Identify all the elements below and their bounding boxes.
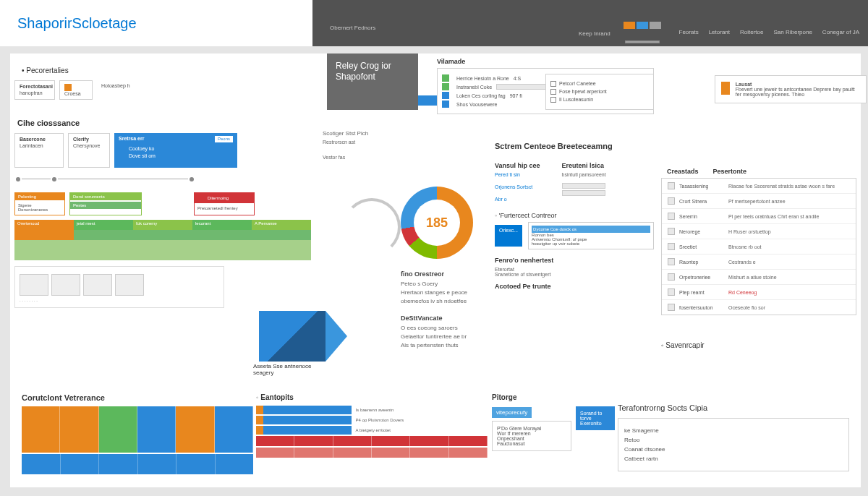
link[interactable]: Pered ti sin: [495, 172, 540, 177]
list-item[interactable]: Wor tf mereren: [497, 431, 566, 436]
cell: Pl per teeis oratntuas Chrt eran st andi…: [728, 214, 850, 219]
list-item[interactable]: ke Smagerne: [624, 427, 843, 434]
chip-gray[interactable]: [650, 22, 661, 29]
thumbnail[interactable]: [20, 274, 48, 296]
strip-cell[interactable]: [215, 406, 253, 453]
red-card[interactable]: Ditermoing Pretoametedl frentey: [194, 192, 255, 215]
red-row: [256, 436, 488, 446]
list-box: ke Smagerne Retoo Coanat dtsonee Catbeet…: [618, 418, 849, 471]
feature-title: fino Orestreor: [401, 270, 495, 278]
bar-row: Is baenenn aveentn: [256, 406, 488, 414]
bar-seg: [263, 426, 352, 435]
table-row[interactable]: RaontepCestrands e: [662, 255, 856, 270]
row-text: Fose hpewt arperiont: [559, 89, 607, 94]
center-label: Vestor fas: [323, 155, 496, 160]
mini-card[interactable]: Croesa: [59, 80, 93, 100]
bar-row: A bietgety errtiotet: [256, 426, 488, 435]
list-item[interactable]: Onpecshant: [497, 436, 566, 441]
bar-seg: [263, 416, 352, 424]
section-title: Eantopits: [260, 393, 294, 401]
nav-item[interactable]: Conegar of JA: [822, 29, 859, 35]
table-row[interactable]: OrpetronerieeMishurt a atiue stoine: [662, 270, 856, 285]
table-row[interactable]: Crort StneraPf mertsepertotont anzee: [662, 194, 856, 209]
thumbnail[interactable]: [115, 274, 144, 296]
center-column: Scotiger Stst Pich Restrorscn ast Vestor…: [323, 126, 496, 160]
band-cell: [133, 240, 192, 260]
list-item[interactable]: Retoo: [624, 437, 843, 443]
nav-item[interactable]: Letorant: [709, 29, 730, 35]
square-icon: [442, 92, 449, 99]
feature-line: Peteo s Goery: [401, 281, 495, 287]
green-card[interactable]: Dend scruments Pestes: [69, 192, 142, 215]
table-row[interactable]: SererrinPl per teeis oratntuas Chrt eran…: [662, 209, 856, 224]
list-item[interactable]: Coanat dtsonee: [624, 446, 843, 453]
band-cell: [252, 230, 311, 240]
cell: Sererrin: [679, 214, 724, 219]
chip-orange[interactable]: [624, 22, 635, 29]
bar-row: P4 op Pluisrroton Dovers: [256, 416, 488, 424]
bar-seg: [263, 406, 352, 414]
mini-card[interactable]: Forectotasanl hanoptran: [14, 80, 55, 100]
nav-item[interactable]: Feorats: [679, 29, 699, 35]
card-line: heeotgtter up vstr sobete: [532, 241, 650, 246]
table-row[interactable]: Ptep rearntRd Ceneeog: [662, 285, 856, 300]
top-subtitle: Obernert Fednors: [330, 25, 375, 31]
featured-button[interactable]: Orlexc...: [495, 225, 522, 247]
band-cell: [192, 240, 252, 260]
link[interactable]: Abr o: [495, 197, 540, 202]
color-strip: [22, 454, 253, 474]
list-item[interactable]: Catbeet rartn: [624, 456, 843, 462]
mini-card[interactable]: Basercone Larintacen: [14, 133, 64, 168]
card-line: Larintacen: [20, 143, 59, 148]
row-text: Instranebl Coke: [456, 85, 492, 90]
thumbnail[interactable]: [51, 274, 80, 296]
section-title: Pitorge: [492, 393, 651, 401]
mini-card[interactable]: Clerify Chersynove: [68, 133, 110, 168]
band-cell: fok coremy: [133, 220, 192, 230]
donut-chart: [401, 187, 473, 259]
list-item[interactable]: P'Do Gtere Morayal: [497, 426, 566, 431]
orange-card[interactable]: Pelenting Sigene Denonivaneces: [14, 192, 65, 215]
band-cell: [252, 240, 311, 260]
note-card: Lausat Fbevert une jeweir ts antcontanee…: [715, 75, 867, 103]
color-band: [14, 230, 311, 240]
strip-cell[interactable]: [99, 406, 137, 453]
feature-title: DeSttVancate: [401, 315, 495, 322]
nav-item[interactable]: San Riberpone: [773, 29, 812, 35]
card-line: Croesa: [64, 91, 81, 96]
mini-bar: [562, 183, 605, 189]
band-cell: jeial mest: [74, 220, 133, 230]
strip-cell[interactable]: [176, 406, 214, 453]
center-label: Scotiger Stst Pich: [323, 130, 496, 137]
row-icon: [668, 273, 675, 281]
bar-seg: [256, 406, 263, 414]
link[interactable]: Orjonens Sortsct: [495, 184, 540, 189]
card-head: Dycome Coe dosck os: [532, 226, 650, 233]
strip-cell: [22, 454, 61, 474]
table-row[interactable]: NeroregeH Ruser orstuettop: [662, 224, 856, 239]
strip-cell[interactable]: [60, 406, 98, 453]
connector: [58, 179, 188, 179]
action-box[interactable]: Sorand to torve Exeronito: [576, 406, 615, 430]
featured-card[interactable]: Dycome Coe dosck os Rorvon bes Anivensto…: [528, 222, 654, 249]
sub-title: Acotoed Pe trunte: [495, 283, 654, 290]
thumbnail[interactable]: [83, 274, 112, 296]
card-head: Dend scruments: [70, 193, 141, 200]
strip-cell[interactable]: [137, 406, 176, 453]
band-cell: lecorant: [192, 220, 252, 230]
cell: Riacae foe Sscerenat stratds astae woon …: [728, 184, 850, 189]
card-line: hanoptran: [20, 90, 50, 95]
chip-blue[interactable]: [637, 22, 648, 29]
table-row[interactable]: fosentersuutonOceseote fio sor: [662, 300, 856, 315]
blue-block[interactable]: Sretrsa err Peons Cootoey ko Dove sti om: [114, 133, 237, 168]
table-row[interactable]: SreetietBtnosne rb oot: [662, 239, 856, 255]
table-row[interactable]: TasassieningRiacae foe Sscerenat stratds…: [662, 179, 856, 194]
nav-item[interactable]: Roitertoe: [740, 29, 763, 35]
card-badge[interactable]: Peons: [215, 136, 233, 142]
right-top-box: Petcor! Canetee Fose hpewt arperiont Il …: [545, 74, 654, 110]
panel-title: Vilamade: [437, 58, 654, 65]
list-item[interactable]: Fauctonasut: [497, 441, 566, 446]
top-keep: Keep Inrand: [579, 30, 610, 37]
strip-cell[interactable]: [22, 406, 60, 453]
chip-row: [624, 22, 661, 29]
